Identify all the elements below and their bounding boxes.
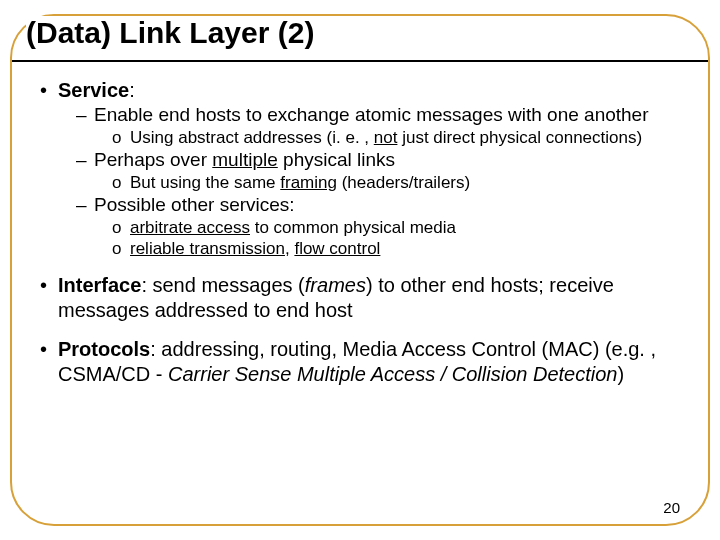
proto-i: Carrier Sense Multiple Access / Collisio…: [168, 363, 617, 385]
bullet-dot-icon: •: [40, 78, 58, 103]
dash-icon: –: [76, 193, 94, 217]
slide: (Data) Link Layer (2) • Service: – Enabl…: [0, 0, 720, 540]
iface-i: frames: [305, 274, 366, 296]
sub-multiple-links-text: Perhaps over multiple physical links: [94, 148, 690, 172]
circ-icon: o: [112, 127, 130, 148]
sub-multiple-links: – Perhaps over multiple physical links: [76, 148, 690, 172]
s2-post: physical links: [278, 149, 395, 170]
bullet-dot-icon: •: [40, 337, 58, 387]
s3b-mid: ,: [285, 239, 294, 258]
s2a-pre: But using the same: [130, 173, 280, 192]
bullet-service-text: Service:: [58, 78, 690, 103]
content-area: • Service: – Enable end hosts to exchang…: [40, 78, 690, 387]
bullet-protocols: • Protocols: addressing, routing, Media …: [40, 337, 690, 387]
sub-other-services: – Possible other services:: [76, 193, 690, 217]
s3b-u2: flow control: [294, 239, 380, 258]
service-tail: :: [129, 79, 135, 101]
bullet-service: • Service:: [40, 78, 690, 103]
subsub-arbitrate-access: o arbitrate access to common physical me…: [112, 217, 690, 238]
spacer: [40, 323, 690, 337]
spacer: [40, 259, 690, 273]
subsub-same-framing: o But using the same framing (headers/tr…: [112, 172, 690, 193]
circ-icon: o: [112, 217, 130, 238]
bullet-protocols-text: Protocols: addressing, routing, Media Ac…: [58, 337, 690, 387]
dash-icon: –: [76, 103, 94, 127]
subsub-reliable-transmission-text: reliable transmission, flow control: [130, 238, 690, 259]
s2-u: multiple: [212, 149, 277, 170]
s1a-not: not: [374, 128, 398, 147]
s2a-post: (headers/trailers): [337, 173, 470, 192]
iface-lead: Interface: [58, 274, 141, 296]
s2-pre: Perhaps over: [94, 149, 212, 170]
dash-icon: –: [76, 148, 94, 172]
sub-enable-hosts-text: Enable end hosts to exchange atomic mess…: [94, 103, 690, 127]
slide-number: 20: [663, 499, 680, 516]
s1a-pre: Using abstract addresses (i. e. ,: [130, 128, 374, 147]
s1a-post: just direct physical connections): [397, 128, 642, 147]
s3a-u: arbitrate access: [130, 218, 250, 237]
sub-enable-hosts: – Enable end hosts to exchange atomic me…: [76, 103, 690, 127]
title-rule: [12, 60, 708, 62]
subsub-arbitrate-access-text: arbitrate access to common physical medi…: [130, 217, 690, 238]
proto-text2: ): [617, 363, 624, 385]
bullet-dot-icon: •: [40, 273, 58, 323]
circ-icon: o: [112, 238, 130, 259]
iface-text1: : send messages (: [141, 274, 304, 296]
service-lead: Service: [58, 79, 129, 101]
subsub-abstract-addresses: o Using abstract addresses (i. e. , not …: [112, 127, 690, 148]
bullet-interface: • Interface: send messages (frames) to o…: [40, 273, 690, 323]
bullet-interface-text: Interface: send messages (frames) to oth…: [58, 273, 690, 323]
circ-icon: o: [112, 172, 130, 193]
subsub-reliable-transmission: o reliable transmission, flow control: [112, 238, 690, 259]
sub-other-services-text: Possible other services:: [94, 193, 690, 217]
s3b-u1: reliable transmission: [130, 239, 285, 258]
s3a-post: to common physical media: [250, 218, 456, 237]
subsub-same-framing-text: But using the same framing (headers/trai…: [130, 172, 690, 193]
proto-lead: Protocols: [58, 338, 150, 360]
s2a-u: framing: [280, 173, 337, 192]
subsub-abstract-addresses-text: Using abstract addresses (i. e. , not ju…: [130, 127, 690, 148]
slide-title: (Data) Link Layer (2): [26, 16, 320, 50]
